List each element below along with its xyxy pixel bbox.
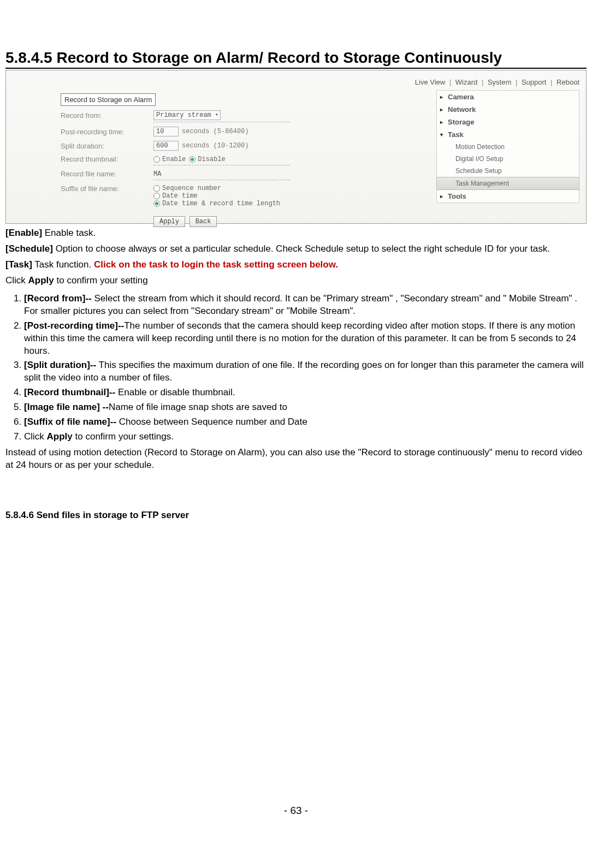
text: Name of file image snap shots are saved … — [109, 402, 287, 412]
paragraph-schedule: [Schedule] Option to choose always or se… — [5, 243, 587, 255]
separator: | — [550, 78, 552, 86]
label-schedule: [Schedule] — [5, 243, 53, 254]
chevron-right-icon: ▸ — [440, 94, 443, 100]
radio-label: Date time — [162, 192, 198, 200]
sidebar-item-label: Tools — [448, 192, 466, 200]
text: Click — [5, 275, 28, 286]
radio-icon — [189, 156, 196, 163]
nav-reboot[interactable]: Reboot — [557, 78, 579, 86]
post-recording-time-label: Post-recording time: — [61, 128, 153, 136]
separator: | — [516, 78, 517, 86]
radio-label: Date time & record time length — [162, 200, 280, 207]
divider — [153, 179, 290, 180]
text: to confirm your setting — [54, 275, 148, 286]
label: [Post-recording time]-- — [24, 320, 124, 331]
text: Click — [24, 431, 47, 442]
sidebar-item-storage[interactable]: ▸Storage — [437, 116, 579, 128]
chevron-right-icon: ▸ — [440, 106, 443, 112]
thumbnail-disable-radio[interactable]: Disable — [189, 156, 225, 163]
label: [Record thumbnail]-- — [24, 387, 115, 397]
text: Option to choose always or set a particu… — [53, 243, 550, 254]
settings-sidebar: ▸Camera ▸Network ▸Storage ▾Task Motion D… — [436, 90, 579, 203]
list-item: [Record thumbnail]-- Enable or disable t… — [24, 387, 587, 399]
divider — [153, 121, 290, 122]
label-task: [Task] — [5, 259, 32, 270]
split-duration-hint: seconds (10-1200) — [182, 142, 248, 150]
apply-button[interactable]: Apply — [153, 216, 185, 227]
sidebar-item-label: Network — [448, 105, 476, 114]
radio-icon — [153, 156, 160, 163]
paragraph-task: [Task] Task function. Click on the task … — [5, 259, 587, 271]
separator: | — [482, 78, 483, 86]
text: Enable or disable thumbnail. — [115, 387, 235, 397]
split-duration-input[interactable]: 600 — [153, 141, 179, 151]
closing-paragraph: Instead of using motion detection (Recor… — [5, 447, 587, 472]
sidebar-item-label: Task — [448, 130, 464, 139]
text: Task function. — [32, 259, 94, 270]
radio-icon — [153, 200, 160, 207]
back-button[interactable]: Back — [190, 216, 217, 227]
settings-form: Record to Storage on Alarm Record from: … — [61, 93, 290, 227]
nav-system[interactable]: System — [488, 78, 511, 86]
text-bold: Apply — [47, 431, 73, 442]
record-thumbnail-label: Record thumbnail: — [61, 155, 153, 163]
suffix-date-radio[interactable]: Date time — [153, 192, 280, 200]
list-item: [Image file name] --Name of file image s… — [24, 401, 587, 414]
suffix-sequence-radio[interactable]: Sequence number — [153, 185, 280, 192]
sidebar-item-label: Storage — [448, 118, 474, 126]
sidebar-item-motion-detection[interactable]: Motion Detection — [437, 141, 579, 153]
record-file-name-value[interactable]: MA — [153, 170, 161, 178]
chevron-down-icon: ▾ — [440, 132, 443, 138]
text-bold: Apply — [28, 275, 54, 286]
chevron-right-icon: ▸ — [440, 193, 443, 199]
subsection-heading: 5.8.4.6 Send files in storage to FTP ser… — [5, 510, 587, 521]
text: to confirm your settings. — [73, 431, 174, 442]
paragraph-enable: [Enable] Enable task. — [5, 227, 587, 240]
text: Choose between Sequence number and Date — [116, 417, 307, 427]
post-recording-time-input[interactable]: 10 — [153, 127, 179, 136]
divider — [153, 164, 290, 165]
label: [Suffix of file name]-- — [24, 417, 116, 427]
radio-icon — [153, 193, 160, 199]
label: [Record from]-- — [24, 293, 92, 304]
sidebar-item-digital-io-setup[interactable]: Digital I/O Setup — [437, 153, 579, 165]
sidebar-item-camera[interactable]: ▸Camera — [437, 91, 579, 103]
radio-label: Sequence number — [162, 185, 221, 192]
nav-wizard[interactable]: Wizard — [455, 78, 477, 86]
sidebar-item-tools[interactable]: ▸Tools — [437, 190, 579, 203]
chevron-right-icon: ▸ — [440, 119, 443, 125]
paragraph-apply: Click Apply to confirm your setting — [5, 275, 587, 287]
list-item: [Record from]-- Select the stream from w… — [24, 293, 587, 318]
text-highlight: Click on the task to login the task sett… — [94, 259, 338, 270]
record-file-name-label: Record file name: — [61, 170, 153, 178]
suffix-label: Suffix of file name: — [61, 185, 153, 193]
label: [Image file name] -- — [24, 402, 109, 412]
text: Select the stream from which it should r… — [24, 293, 577, 316]
record-from-label: Record from: — [61, 111, 153, 120]
radio-label: Enable — [162, 156, 186, 163]
radio-icon — [153, 185, 160, 192]
page-number: - 63 - — [5, 805, 587, 817]
list-item: [Suffix of file name]-- Choose between S… — [24, 416, 587, 429]
record-from-select[interactable]: Primary stream — [153, 110, 221, 120]
sidebar-item-schedule-setup[interactable]: Schedule Setup — [437, 165, 579, 177]
sidebar-item-label: Camera — [448, 93, 474, 101]
sidebar-item-task[interactable]: ▾Task — [437, 128, 579, 141]
form-title: Record to Storage on Alarm — [61, 93, 156, 106]
post-recording-time-hint: seconds (5-86400) — [182, 128, 248, 135]
top-nav: Live View | Wizard | System | Support | … — [414, 78, 581, 86]
nav-live-view[interactable]: Live View — [415, 78, 445, 86]
radio-label: Disable — [198, 156, 225, 163]
list-item: Click Apply to confirm your settings. — [24, 431, 587, 443]
label-enable: [Enable] — [5, 228, 42, 238]
text: This specifies the maximum duration of o… — [24, 360, 584, 383]
sidebar-item-task-management[interactable]: Task Management — [436, 177, 579, 190]
suffix-datetime-length-radio[interactable]: Date time & record time length — [153, 200, 280, 207]
thumbnail-enable-radio[interactable]: Enable — [153, 156, 186, 163]
split-duration-label: Split duration: — [61, 142, 153, 150]
list-item: [Split duration]-- This specifies the ma… — [24, 359, 587, 384]
sidebar-item-network[interactable]: ▸Network — [437, 103, 579, 116]
separator: | — [449, 78, 451, 86]
numbered-list: [Record from]-- Select the stream from w… — [5, 293, 587, 443]
nav-support[interactable]: Support — [522, 78, 547, 86]
